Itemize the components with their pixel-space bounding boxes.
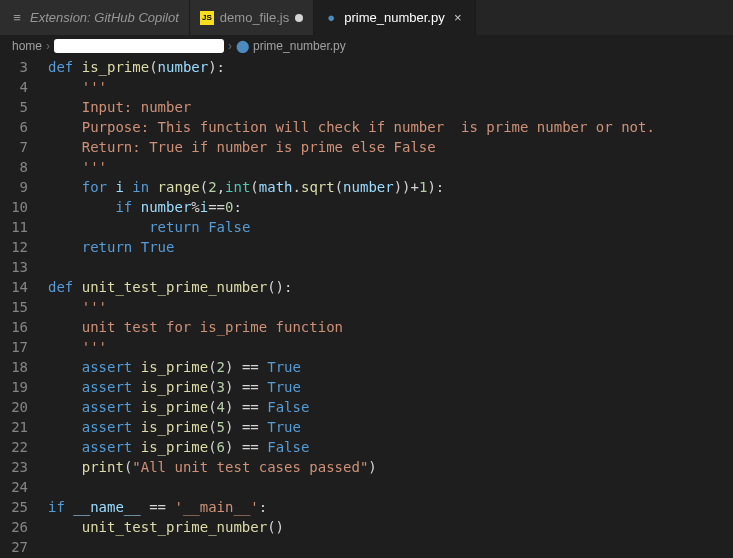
chevron-icon: › xyxy=(46,39,50,53)
python-file-icon: ⬤ xyxy=(236,39,249,53)
code-line[interactable]: for i in range(2,int(math.sqrt(number))+… xyxy=(42,177,733,197)
close-icon[interactable]: × xyxy=(451,11,465,25)
code-line[interactable]: unit_test_prime_number() xyxy=(42,517,733,537)
line-number: 21 xyxy=(0,417,42,437)
breadcrumb-file[interactable]: prime_number.py xyxy=(253,39,346,53)
code-line[interactable]: assert is_prime(3) == True xyxy=(42,377,733,397)
code-line[interactable]: print("All unit test cases passed") xyxy=(42,457,733,477)
tab-label: Extension: GitHub Copilot xyxy=(30,10,179,25)
code-line[interactable]: ''' xyxy=(42,337,733,357)
line-number: 16 xyxy=(0,317,42,337)
code-line[interactable]: ''' xyxy=(42,77,733,97)
tab-label: prime_number.py xyxy=(344,10,444,25)
line-number: 13 xyxy=(0,257,42,277)
tab-bar: ≡Extension: GitHub CopilotJSdemo_file.js… xyxy=(0,0,733,35)
ext-file-icon: ≡ xyxy=(10,11,24,25)
line-number: 18 xyxy=(0,357,42,377)
line-number: 20 xyxy=(0,397,42,417)
line-number: 27 xyxy=(0,537,42,557)
line-number: 7 xyxy=(0,137,42,157)
line-number: 8 xyxy=(0,157,42,177)
chevron-icon: › xyxy=(228,39,232,53)
code-line[interactable] xyxy=(42,257,733,277)
line-number: 6 xyxy=(0,117,42,137)
code-line[interactable]: assert is_prime(6) == False xyxy=(42,437,733,457)
code-line[interactable] xyxy=(42,537,733,557)
line-number: 26 xyxy=(0,517,42,537)
code-line[interactable]: assert is_prime(5) == True xyxy=(42,417,733,437)
line-number: 4 xyxy=(0,77,42,97)
code-line[interactable]: assert is_prime(4) == False xyxy=(42,397,733,417)
breadcrumbs: home › › ⬤ prime_number.py xyxy=(0,35,733,57)
code-line[interactable]: Return: True if number is prime else Fal… xyxy=(42,137,733,157)
tab-ext[interactable]: ≡Extension: GitHub Copilot xyxy=(0,0,190,35)
code-line[interactable]: return True xyxy=(42,237,733,257)
code-line[interactable]: if number%i==0: xyxy=(42,197,733,217)
line-number: 19 xyxy=(0,377,42,397)
line-number: 3 xyxy=(0,57,42,77)
line-number: 17 xyxy=(0,337,42,357)
dirty-indicator-icon xyxy=(295,14,303,22)
js-file-icon: JS xyxy=(200,11,214,25)
code-line[interactable]: ''' xyxy=(42,157,733,177)
line-number: 10 xyxy=(0,197,42,217)
line-number: 15 xyxy=(0,297,42,317)
line-number: 9 xyxy=(0,177,42,197)
code-line[interactable]: ''' xyxy=(42,297,733,317)
code-line[interactable]: if __name__ == '__main__': xyxy=(42,497,733,517)
line-number: 11 xyxy=(0,217,42,237)
code-editor[interactable]: 3def is_prime(number):4 '''5 Input: numb… xyxy=(0,57,733,557)
line-number: 5 xyxy=(0,97,42,117)
code-line[interactable]: Input: number xyxy=(42,97,733,117)
tab-label: demo_file.js xyxy=(220,10,289,25)
line-number: 23 xyxy=(0,457,42,477)
breadcrumb-root[interactable]: home xyxy=(12,39,42,53)
tab-py[interactable]: ●prime_number.py× xyxy=(314,0,475,35)
code-line[interactable]: Purpose: This function will check if num… xyxy=(42,117,733,137)
line-number: 12 xyxy=(0,237,42,257)
code-line[interactable]: return False xyxy=(42,217,733,237)
code-line[interactable]: unit test for is_prime function xyxy=(42,317,733,337)
tab-js[interactable]: JSdemo_file.js xyxy=(190,0,314,35)
code-line[interactable]: def is_prime(number): xyxy=(42,57,733,77)
code-line[interactable]: def unit_test_prime_number(): xyxy=(42,277,733,297)
line-number: 22 xyxy=(0,437,42,457)
breadcrumb-redacted xyxy=(54,39,224,53)
py-file-icon: ● xyxy=(324,11,338,25)
code-line[interactable]: assert is_prime(2) == True xyxy=(42,357,733,377)
line-number: 25 xyxy=(0,497,42,517)
line-number: 14 xyxy=(0,277,42,297)
line-number: 24 xyxy=(0,477,42,497)
code-line[interactable] xyxy=(42,477,733,497)
